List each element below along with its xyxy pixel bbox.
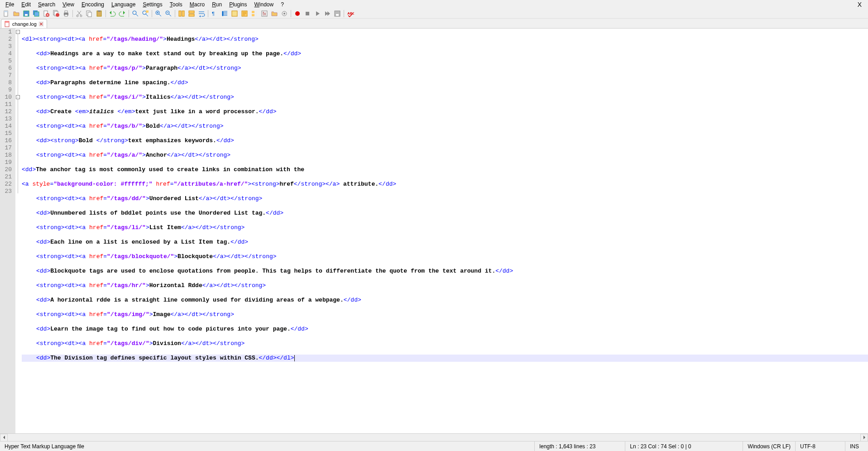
svg-rect-32 <box>252 11 254 13</box>
svg-rect-27 <box>189 11 194 13</box>
scroll-right-icon[interactable] <box>860 434 868 441</box>
line-number-gutter: 1 2 3 4 5 6 7 8 9 10 11 12 13 14 15 16 1… <box>0 29 15 433</box>
code-line: <strong><dt><a href="/tags/dd/">Unordere… <box>22 195 868 202</box>
svg-point-21 <box>143 11 146 14</box>
code-line: <strong><dt><a href="/tags/p/">Paragraph… <box>22 65 868 72</box>
sync-h-icon[interactable] <box>187 9 197 18</box>
menu-search[interactable]: Search <box>34 1 59 8</box>
code-line: <dd>The anchor tag is most commonly used… <box>22 166 868 173</box>
menu-macro[interactable]: Macro <box>186 1 208 8</box>
zoom-out-icon[interactable] <box>163 9 173 18</box>
doc-list-icon[interactable] <box>249 9 259 18</box>
fold-margin[interactable]: − − <box>15 29 22 433</box>
svg-rect-34 <box>255 11 257 16</box>
menu-window[interactable]: Window <box>251 1 278 8</box>
svg-rect-12 <box>65 11 67 13</box>
svg-rect-19 <box>98 10 101 12</box>
menu-run[interactable]: Run <box>208 1 225 8</box>
zoom-in-icon[interactable] <box>153 9 163 18</box>
code-line: <dd>Blockquote tags are used to enclose … <box>22 268 868 275</box>
code-line: <dd>Learn the image tag to find out how … <box>22 326 868 333</box>
svg-rect-3 <box>25 14 28 16</box>
svg-point-38 <box>283 13 285 14</box>
tab-label: change.log <box>12 21 37 27</box>
redo-icon[interactable] <box>117 9 127 18</box>
menu-tools[interactable]: Tools <box>166 1 186 8</box>
menu-settings[interactable]: Settings <box>139 1 166 8</box>
spellcheck-icon[interactable]: ABC <box>345 9 355 18</box>
menubar: File Edit Search View Encoding Language … <box>0 0 868 9</box>
function-list-icon[interactable]: fx <box>259 9 269 18</box>
wordwrap-icon[interactable] <box>197 9 206 18</box>
indent-guide-icon[interactable] <box>220 9 230 18</box>
code-line: <dl><strong><dt><a href="/tags/heading/"… <box>22 36 868 43</box>
find-icon[interactable] <box>130 9 140 18</box>
code-area[interactable]: <dl><strong><dt><a href="/tags/heading/"… <box>22 29 868 433</box>
status-eol[interactable]: Windows (CR LF) <box>743 441 796 451</box>
undo-icon[interactable] <box>107 9 117 18</box>
save-icon[interactable] <box>21 9 31 18</box>
svg-rect-28 <box>189 14 194 16</box>
horizontal-scrollbar[interactable] <box>0 433 868 441</box>
tab-changelog[interactable]: change.log <box>1 19 47 28</box>
menu-edit[interactable]: Edit <box>18 1 34 8</box>
code-line: <strong><dt><a href="/tags/hr/">Horizont… <box>22 282 868 289</box>
svg-rect-1 <box>4 11 8 12</box>
print-icon[interactable] <box>61 9 71 18</box>
menu-file[interactable]: File <box>2 1 18 8</box>
svg-rect-5 <box>34 12 39 16</box>
new-file-icon[interactable] <box>1 9 11 18</box>
menu-plugins[interactable]: Plugins <box>225 1 250 8</box>
fold-box-line10[interactable]: − <box>16 95 20 99</box>
show-all-chars-icon[interactable]: ¶ <box>210 9 220 18</box>
replace-icon[interactable] <box>140 9 150 18</box>
folder-icon[interactable] <box>269 9 279 18</box>
close-button[interactable]: X <box>853 1 866 8</box>
play-macro-icon[interactable] <box>312 9 322 18</box>
status-length: length : 1,643 lines : 23 <box>535 441 625 451</box>
svg-rect-42 <box>336 14 339 16</box>
svg-text:¶: ¶ <box>212 11 215 16</box>
stop-macro-icon[interactable] <box>302 9 312 18</box>
cut-icon[interactable] <box>74 9 84 18</box>
svg-rect-30 <box>232 11 237 16</box>
svg-rect-22 <box>146 10 149 13</box>
code-line: <a style="background-color: #ffffff;" hr… <box>22 181 868 188</box>
code-line: <dd>A horizontal rdde is a straight line… <box>22 297 868 304</box>
paste-icon[interactable] <box>94 9 104 18</box>
status-filetype: Hyper Text Markup Language file <box>0 441 535 451</box>
code-line: <dd>The Division tag defines specific la… <box>22 355 868 362</box>
code-line: <strong><dt><a href="/tags/blockquote/">… <box>22 253 868 260</box>
close-all-icon[interactable] <box>51 9 61 18</box>
svg-text:ABC: ABC <box>347 11 354 15</box>
fold-box-line1[interactable]: − <box>16 30 20 34</box>
editor: 1 2 3 4 5 6 7 8 9 10 11 12 13 14 15 16 1… <box>0 29 868 441</box>
save-all-icon[interactable] <box>31 9 41 18</box>
monitor-icon[interactable] <box>279 9 289 18</box>
code-line: <dd>Unnumbered lists of bddlet points us… <box>22 210 868 217</box>
menu-language[interactable]: Language <box>108 1 139 8</box>
tab-close-icon[interactable] <box>38 21 44 27</box>
save-macro-icon[interactable] <box>332 9 342 18</box>
copy-icon[interactable] <box>84 9 94 18</box>
menu-encoding[interactable]: Encoding <box>78 1 108 8</box>
menu-help[interactable]: ? <box>277 1 288 8</box>
svg-point-39 <box>295 11 300 16</box>
record-macro-icon[interactable] <box>293 9 302 18</box>
svg-rect-45 <box>5 21 9 23</box>
close-file-icon[interactable] <box>41 9 51 18</box>
open-file-icon[interactable] <box>11 9 21 18</box>
udl-icon[interactable] <box>230 9 240 18</box>
menu-view[interactable]: View <box>59 1 78 8</box>
status-encoding[interactable]: UTF-8 <box>796 441 845 451</box>
tabbar: change.log <box>0 19 868 29</box>
scroll-track[interactable] <box>8 434 860 441</box>
file-dirty-icon <box>4 21 10 27</box>
status-insert-mode[interactable]: INS <box>845 441 868 451</box>
svg-text:fx: fx <box>263 11 266 16</box>
doc-map-icon[interactable] <box>240 9 249 18</box>
play-multi-icon[interactable] <box>322 9 332 18</box>
svg-rect-25 <box>179 11 181 16</box>
sync-v-icon[interactable] <box>177 9 187 18</box>
scroll-left-icon[interactable] <box>0 434 8 441</box>
